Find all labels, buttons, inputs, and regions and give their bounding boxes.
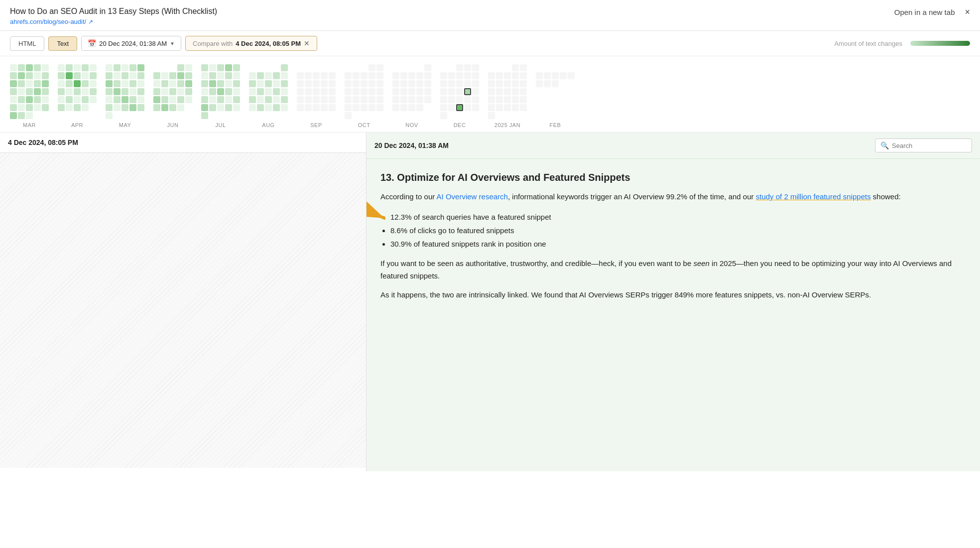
month-jan2025: 2025 JAN	[488, 64, 527, 128]
month-nov: NOV	[392, 64, 431, 128]
paragraph-1: According to our AI Overview research, i…	[380, 191, 966, 203]
left-panel-content	[0, 153, 366, 468]
page-title: How to Do an SEO Audit in 13 Easy Steps …	[10, 7, 970, 16]
arrow-icon	[367, 198, 385, 228]
month-label-jun: JUN	[167, 122, 179, 128]
month-label-sep: SEP	[310, 122, 322, 128]
month-label-aug: AUG	[262, 122, 274, 128]
month-label-may: MAY	[119, 122, 131, 128]
amount-label: Amount of text changes	[834, 40, 902, 47]
right-panel-content: 13. Optimize for AI Overviews and Featur…	[367, 159, 980, 320]
chevron-down-icon: ▼	[170, 41, 175, 46]
para1-mid: , informational keywords trigger an AI O…	[508, 192, 756, 201]
page-url[interactable]: ahrefs.com/blog/seo-audit/ ↗	[10, 18, 970, 25]
url-link[interactable]: ahrefs.com/blog/seo-audit/	[10, 18, 86, 25]
month-may: MAY	[106, 64, 144, 128]
search-box[interactable]: 🔍	[875, 138, 972, 152]
link-featured-snippets[interactable]: study of 2 million featured snippets	[756, 192, 871, 201]
external-link-icon: ↗	[88, 18, 93, 25]
month-jul: JUL	[201, 64, 240, 128]
selected-date: 20 Dec 2024, 01:38 AM	[99, 40, 167, 47]
bullet-list: 12.3% of search queries have a featured …	[390, 210, 966, 251]
left-panel-header: 4 Dec 2024, 08:05 PM	[0, 133, 366, 153]
date-picker[interactable]: 📅 20 Dec 2024, 01:38 AM ▼	[81, 36, 181, 51]
left-panel: 4 Dec 2024, 08:05 PM	[0, 133, 367, 471]
heatmap-grid: MAR APR	[10, 64, 970, 128]
right-panel-date: 20 Dec 2024, 01:38 AM	[374, 141, 449, 149]
heatmap-section: MAR APR	[0, 56, 980, 133]
month-jun: JUN	[153, 64, 192, 128]
compare-close-icon[interactable]: ✕	[304, 39, 310, 47]
month-label-dec: DEC	[454, 122, 466, 128]
calendar-icon: 📅	[88, 39, 96, 47]
html-button[interactable]: HTML	[10, 36, 44, 51]
toolbar: HTML Text 📅 20 Dec 2024, 01:38 AM ▼ Comp…	[0, 31, 980, 56]
search-icon: 🔍	[880, 141, 889, 149]
list-item-3: 30.9% of featured snippets rank in posit…	[390, 237, 966, 251]
compare-prefix: Compare with	[193, 40, 233, 47]
month-mar: MAR	[10, 64, 49, 128]
month-aug: AUG	[249, 64, 288, 128]
month-apr: APR	[58, 64, 97, 128]
right-panel-header: 20 Dec 2024, 01:38 AM 🔍	[367, 133, 980, 159]
month-label-apr: APR	[71, 122, 83, 128]
left-panel-date: 4 Dec 2024, 08:05 PM	[8, 138, 78, 146]
search-input[interactable]	[892, 142, 967, 149]
page-header: How to Do an SEO Audit in 13 Easy Steps …	[0, 0, 980, 31]
split-container: 4 Dec 2024, 08:05 PM 20 Dec 2024, 01:38 …	[0, 133, 980, 471]
month-oct: OCT	[345, 64, 383, 128]
month-label-jan2025: 2025 JAN	[494, 122, 520, 128]
section-heading: 13. Optimize for AI Overviews and Featur…	[380, 171, 966, 184]
month-dec: DEC	[440, 64, 479, 128]
month-label-oct: OCT	[358, 122, 370, 128]
list-item-1: 12.3% of search queries have a featured …	[390, 210, 966, 224]
month-label-jul: JUL	[215, 122, 226, 128]
para1-pre: According to our	[380, 192, 437, 201]
para1-post: showed:	[871, 192, 901, 201]
month-label-feb: FEB	[550, 122, 561, 128]
open-new-tab-button[interactable]: Open in a new tab	[894, 8, 955, 16]
amount-gradient-bar	[910, 41, 970, 46]
compare-button[interactable]: Compare with 4 Dec 2024, 08:05 PM ✕	[185, 36, 317, 51]
close-button[interactable]: ×	[965, 7, 970, 17]
month-sep: SEP	[297, 64, 336, 128]
paragraph-3: As it happens, the two are intrinsically…	[380, 289, 966, 301]
month-label-mar: MAR	[23, 122, 36, 128]
list-item-2: 8.6% of clicks go to featured snippets	[390, 224, 966, 237]
header-actions: Open in a new tab ×	[894, 7, 970, 17]
month-feb: FEB	[536, 64, 575, 128]
link-ai-overview[interactable]: AI Overview research	[437, 192, 508, 201]
paragraph-2: If you want to be seen as authoritative,…	[380, 258, 966, 282]
compare-date: 4 Dec 2024, 08:05 PM	[236, 40, 301, 47]
text-button[interactable]: Text	[48, 36, 77, 51]
right-panel: 20 Dec 2024, 01:38 AM 🔍 13. Optimize for	[367, 133, 980, 471]
month-label-nov: NOV	[405, 122, 418, 128]
arrow-section: 13. Optimize for AI Overviews and Featur…	[380, 171, 966, 301]
